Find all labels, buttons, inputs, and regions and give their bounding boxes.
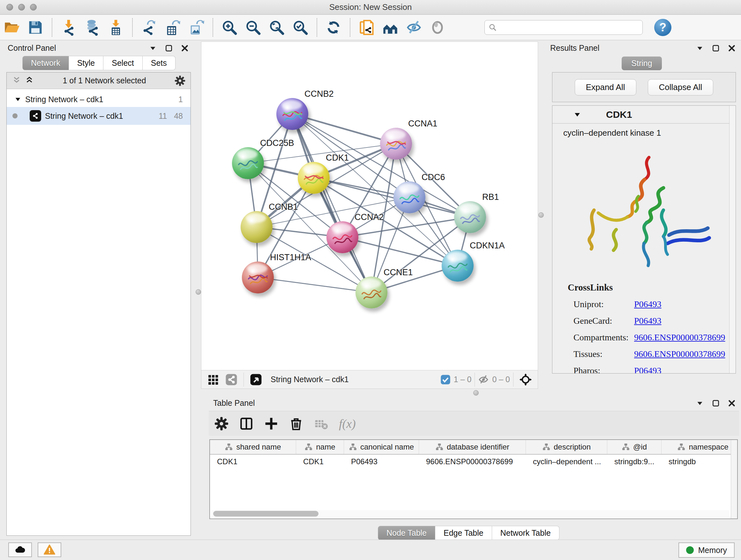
crosslink-link[interactable]: 9606.ENSP00000378699 [634, 349, 725, 359]
export-image-icon[interactable] [187, 18, 205, 37]
table-cell[interactable]: P06493 [344, 455, 419, 469]
horizontal-splitter-handle[interactable] [473, 390, 479, 395]
column-header-name[interactable]: name [296, 440, 344, 454]
fit-selected-target-icon[interactable] [519, 373, 533, 387]
cloud-status-button[interactable] [8, 543, 32, 557]
table-cell[interactable]: CDK1 [210, 455, 296, 469]
expand-all-button[interactable]: Expand All [575, 79, 636, 96]
tab-network[interactable]: Network [22, 56, 69, 70]
close-panel-icon[interactable] [728, 399, 736, 408]
tab-node-table[interactable]: Node Table [378, 526, 435, 540]
tab-string[interactable]: String [622, 57, 662, 70]
table-cell[interactable]: stringdb:9... [607, 455, 662, 469]
right-splitter-handle[interactable] [538, 212, 544, 218]
crosslink-link[interactable]: P06493 [634, 316, 662, 326]
expand-all-networks-icon[interactable] [12, 75, 21, 86]
collapse-panel-icon[interactable] [149, 44, 157, 52]
help-icon[interactable]: ? [654, 19, 671, 36]
zoom-selected-icon[interactable] [291, 18, 310, 37]
table-horizontal-scrollbar[interactable] [211, 510, 730, 517]
network-node-CCNA1[interactable] [380, 128, 412, 160]
network-node-CDK1[interactable] [298, 162, 330, 194]
birds-eye-grid-icon[interactable] [206, 373, 220, 387]
crosslink-link[interactable]: P06493 [634, 299, 662, 309]
float-panel-icon[interactable] [712, 44, 720, 52]
network-node-HIST1H1A[interactable] [242, 261, 274, 294]
network-node-CCNA2[interactable] [327, 221, 358, 253]
float-panel-icon[interactable] [165, 44, 173, 52]
column-header-@id[interactable]: @id [607, 440, 662, 454]
network-view-canvas[interactable]: CCNB2CCNA1CDC25BCDK1CDC6RB1CCNB1CCNA2CDK… [201, 42, 538, 370]
zoom-fit-icon[interactable] [267, 18, 286, 37]
clone-network-icon[interactable] [357, 18, 376, 37]
network-node-CDC25B[interactable] [232, 147, 264, 179]
window-controls[interactable] [6, 4, 37, 10]
gene-header-row[interactable]: CDK1 [552, 106, 736, 124]
zoom-in-icon[interactable] [220, 18, 239, 37]
table-cell[interactable]: 9606.ENSP00000378699 [419, 455, 526, 469]
export-table-icon[interactable] [163, 18, 182, 37]
network-node-CCNB1[interactable] [241, 211, 273, 243]
tab-edge-table[interactable]: Edge Table [435, 526, 492, 540]
table-row[interactable]: CDK1CDK1P064939606.ENSP00000378699cyclin… [210, 455, 737, 469]
network-row[interactable]: String Network – cdk1 11 48 [7, 107, 191, 125]
column-header-canonical-name[interactable]: canonical name [344, 440, 419, 454]
minimize-window-button[interactable] [18, 4, 25, 10]
memory-button[interactable]: Memory [678, 543, 735, 558]
hide-selected-icon[interactable] [405, 18, 423, 37]
warning-status-button[interactable] [38, 543, 61, 557]
tab-network-table[interactable]: Network Table [492, 526, 559, 540]
column-header-description[interactable]: description [526, 440, 607, 454]
save-session-icon[interactable] [26, 18, 45, 37]
table-cell[interactable]: cyclin–dependent ... [526, 455, 607, 469]
table-options-gear-icon[interactable] [214, 417, 228, 431]
crosslink-link[interactable]: 9606.ENSP00000378699 [634, 332, 725, 343]
table-cell[interactable]: stringdb [662, 455, 738, 469]
table-cell[interactable]: CDK1 [296, 455, 344, 469]
float-panel-icon[interactable] [712, 399, 720, 408]
create-column-icon[interactable] [264, 417, 278, 431]
search-input[interactable] [497, 23, 638, 32]
close-panel-icon[interactable] [181, 44, 189, 52]
table-vertical-scrollbar[interactable] [731, 440, 737, 518]
column-header-namespace[interactable]: namespace [662, 440, 738, 454]
tab-select[interactable]: Select [104, 56, 142, 70]
crosslink-link[interactable]: P06493 [634, 366, 662, 374]
import-network-file-icon[interactable] [59, 18, 78, 37]
results-scrollbar[interactable] [729, 106, 736, 373]
delete-column-icon[interactable] [289, 417, 303, 431]
tab-sets[interactable]: Sets [143, 56, 176, 70]
collapse-all-button[interactable]: Collapse All [648, 79, 714, 96]
tree-expander-icon[interactable] [14, 96, 21, 103]
open-in-window-icon[interactable] [249, 373, 263, 387]
column-header-shared-name[interactable]: shared name [210, 440, 296, 454]
network-node-CDKN1A[interactable] [442, 250, 474, 282]
network-node-RB1[interactable] [454, 201, 486, 233]
import-table-icon[interactable] [107, 18, 125, 37]
network-node-CDC6[interactable] [394, 181, 425, 213]
import-network-database-icon[interactable] [83, 18, 102, 37]
network-collection-row[interactable]: String Network – cdk1 1 [7, 91, 191, 107]
network-overview-icon[interactable] [224, 373, 239, 387]
network-options-gear-icon[interactable] [175, 75, 185, 86]
collapse-all-networks-icon[interactable] [24, 75, 34, 86]
open-session-icon[interactable] [3, 18, 21, 37]
collapse-panel-icon[interactable] [696, 399, 704, 408]
left-splitter-handle[interactable] [196, 289, 201, 295]
refresh-icon[interactable] [324, 18, 343, 37]
zoom-out-icon[interactable] [244, 18, 262, 37]
toolbar-search[interactable] [484, 20, 643, 35]
show-all-icon[interactable] [428, 18, 447, 37]
network-node-CCNB2[interactable] [276, 98, 308, 130]
close-window-button[interactable] [6, 4, 13, 10]
tab-style[interactable]: Style [69, 56, 104, 70]
first-neighbors-icon[interactable] [381, 18, 400, 37]
show-columns-icon[interactable] [239, 417, 253, 431]
collapse-panel-icon[interactable] [696, 44, 704, 52]
gene-expander-icon[interactable] [574, 111, 581, 118]
export-network-icon[interactable] [140, 18, 158, 37]
network-node-CCNE1[interactable] [355, 276, 387, 308]
selected-nodes-checkbox-icon[interactable] [441, 374, 451, 385]
maximize-window-button[interactable] [30, 4, 37, 10]
hidden-items-eye-icon[interactable] [478, 374, 489, 385]
